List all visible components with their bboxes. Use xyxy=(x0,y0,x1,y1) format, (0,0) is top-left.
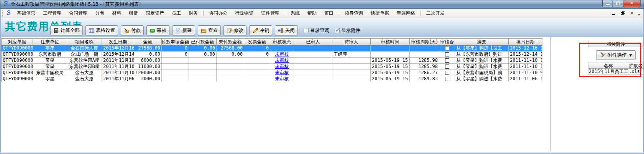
cell-audit-flag[interactable] xyxy=(439,58,455,64)
cell-paid[interactable]: 0.00 xyxy=(189,45,217,51)
column-header-fill-date[interactable]: 填写日期▽ xyxy=(509,39,542,45)
cell-audited-by[interactable] xyxy=(294,76,332,82)
audit-flag-checkbox[interactable] xyxy=(445,52,449,56)
audit-flag-checkbox[interactable] xyxy=(445,46,449,50)
show-attachments-checkbox[interactable]: 显示附件 xyxy=(335,27,360,34)
cell-project[interactable]: 金石大厦 xyxy=(67,76,102,82)
column-header-unpaid[interactable]: 未付款金额 xyxy=(217,39,244,45)
cell-doc[interactable]: QTFYD090000001 xyxy=(2,70,33,76)
close-door-button[interactable]: 关闭 xyxy=(275,25,298,35)
cell-fill-date[interactable]: 2015-12-16 10 xyxy=(509,45,542,51)
cell-audit-cycle[interactable] xyxy=(410,51,439,58)
cell-pay-request[interactable]: 0 xyxy=(162,51,189,58)
column-header-project[interactable]: 项目名称 xyxy=(67,39,102,45)
cell-audit-time[interactable]: 2015-05-19 15:49 xyxy=(371,58,410,64)
cell-date[interactable]: 2011年11月06日 xyxy=(102,76,134,82)
attachment-row[interactable]: 2015年11月员工工资.xls xyxy=(588,69,644,75)
cell-pending-by[interactable] xyxy=(332,76,371,82)
menu-item[interactable]: 分包 xyxy=(91,9,108,18)
column-header-audit-time[interactable]: 审核时间 xyxy=(371,39,410,45)
cell-date[interactable]: 2011年11月10日 xyxy=(102,64,134,70)
cell-audit-cycle[interactable]: 1285.98 xyxy=(410,58,439,64)
cell-doc[interactable]: QTFYD090000004 xyxy=(2,51,33,58)
cell-pay-request[interactable] xyxy=(162,70,189,76)
cell-amount[interactable]: 11000.00 xyxy=(134,64,162,70)
cell-unit[interactable]: 零星 xyxy=(33,64,67,70)
column-header-audit-flag[interactable]: 审核否 xyxy=(439,39,455,45)
table-row[interactable]: QTFYD090000002零星东营软件园A座2011年11月10日6000.0… xyxy=(2,58,542,64)
cell-unpaid[interactable]: 27568.00 xyxy=(217,45,244,51)
minimize-button[interactable] xyxy=(602,0,613,7)
cell-status[interactable]: 未审核 xyxy=(270,51,294,58)
table-row[interactable]: QTFYD090000001东营市国税局金石大厦2011年11月10日12000… xyxy=(2,70,542,76)
cell-summary[interactable]: 从【零星】购进【水费 xyxy=(455,76,509,82)
cell-status[interactable]: 未审核 xyxy=(270,70,294,76)
title-bar[interactable]: 金石工程项目管理软件(网络集团版) 5.13 - [其它费用单列表] ✕ xyxy=(0,0,644,9)
cell-pay-request[interactable]: 0 xyxy=(162,45,189,51)
cell-pending-by[interactable]: 王经理 xyxy=(332,51,371,58)
cell-status[interactable]: 未审核 xyxy=(270,76,294,82)
menu-item[interactable]: 协同办公 xyxy=(205,9,231,18)
cell-unit[interactable]: 东营市政府 xyxy=(33,51,67,58)
cell-audit-time[interactable] xyxy=(371,45,410,51)
cell-audit-cycle[interactable]: 1286.27 xyxy=(410,70,439,76)
cell-doc[interactable]: QTFYD090000002 xyxy=(2,58,33,64)
column-header-status[interactable]: 审核状态 xyxy=(270,39,294,45)
cell-amount[interactable]: 27568.00 xyxy=(134,45,162,51)
reverse-button[interactable]: 冲销 xyxy=(249,25,272,35)
cell-pay-request[interactable] xyxy=(162,64,189,70)
table-row[interactable]: QTFYD090000004东营市政府众城广场一期2015年12月14日0.00… xyxy=(2,51,542,58)
view-folder-button[interactable]: 查看 xyxy=(198,25,221,35)
cell-audit-flag[interactable] xyxy=(439,70,455,76)
cell-doc[interactable]: QTFYD090000005 xyxy=(2,45,33,51)
cell-paid[interactable] xyxy=(189,70,217,76)
cell-audit-time[interactable]: 2015-05-19 15:49 xyxy=(371,76,410,82)
cell-date[interactable]: 2015年12月16日 xyxy=(102,45,134,51)
audit-status-link[interactable]: 未审核 xyxy=(275,51,289,57)
directory-query-checkbox[interactable]: 目录查询 xyxy=(304,27,329,34)
cell-project[interactable]: 东营软件园A座 xyxy=(67,58,102,64)
restore-button[interactable] xyxy=(613,0,623,7)
audit-flag-checkbox[interactable] xyxy=(445,71,449,75)
column-header-doc[interactable]: 对应单据 xyxy=(2,39,33,45)
cell-audited-by[interactable] xyxy=(294,70,332,76)
cell-audit-time[interactable]: 2015-05-19 15:49 xyxy=(371,70,410,76)
table-row[interactable]: QTFYD090000003零星东营软件园B座2011年11月10日11000.… xyxy=(2,64,542,70)
cell-doc[interactable]: QTFYD090000003 xyxy=(2,64,33,70)
cell-audit-flag[interactable] xyxy=(439,64,455,70)
column-header-summary[interactable]: 摘要 xyxy=(455,39,509,45)
cell-unpaid[interactable] xyxy=(217,58,244,64)
cell-fill-date[interactable]: 2015-12-14 17 xyxy=(509,51,542,58)
cell-amount[interactable]: 3000.00 xyxy=(134,76,162,82)
cell-pay-request[interactable] xyxy=(162,76,189,82)
column-header-amount[interactable]: 金额 xyxy=(134,39,162,45)
cell-fill-date[interactable]: 2011-11-06 19 xyxy=(509,76,542,82)
cell-invoice[interactable]: 0 xyxy=(244,51,270,58)
menu-item[interactable]: 固定资产 xyxy=(142,9,168,18)
menu-item[interactable]: 租赁 xyxy=(125,9,142,18)
attachments-col-ext[interactable]: 扩展名 xyxy=(628,63,644,69)
cell-pending-by[interactable] xyxy=(332,70,371,76)
menu-item[interactable]: 工程管理 xyxy=(39,9,65,18)
checkbox-box[interactable] xyxy=(304,28,309,33)
audit-status-link[interactable]: 未审核 xyxy=(275,76,289,81)
cell-unpaid[interactable]: 0.00 xyxy=(217,51,244,58)
column-header-date[interactable]: 发生日期 xyxy=(102,39,134,45)
cell-audit-flag[interactable] xyxy=(439,51,455,58)
column-header-pending-by[interactable]: 待审人 xyxy=(332,39,371,45)
cell-pending-by[interactable] xyxy=(332,64,371,70)
attachment-actions-button[interactable]: 附件操作 ▼ xyxy=(596,50,636,60)
calculator-button[interactable]: 计算全部 xyxy=(50,25,83,35)
menu-item[interactable]: 系统 xyxy=(287,9,304,18)
cell-fill-date[interactable]: 2011-11-10 16 xyxy=(509,58,542,64)
column-header-unit[interactable]: 往来单位 xyxy=(33,39,67,45)
toolbar-overflow-icon[interactable]: ▾ xyxy=(638,13,640,17)
toolbar-grip[interactable] xyxy=(2,10,3,17)
cell-audited-by[interactable] xyxy=(294,51,332,58)
cell-audit-time[interactable] xyxy=(371,51,410,58)
cell-unpaid[interactable] xyxy=(217,76,244,82)
cell-summary[interactable]: 从【零星】购进【员工 xyxy=(455,45,509,51)
menu-item[interactable]: 证件管理 xyxy=(257,9,283,18)
menu-item[interactable]: 领导查询 xyxy=(341,9,367,18)
column-header-paid[interactable]: 已付款金额 xyxy=(189,39,217,45)
